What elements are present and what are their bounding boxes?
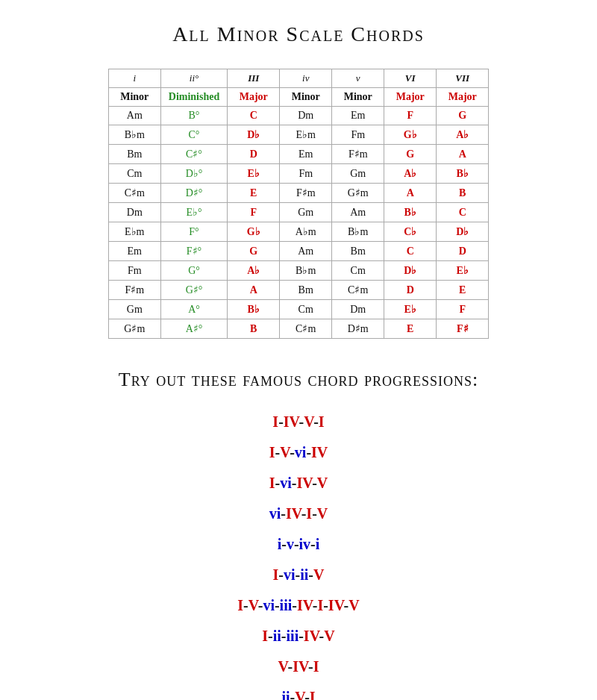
- cell-r6-c0: E♭m: [108, 222, 160, 242]
- cell-r0-c3: Dm: [280, 107, 332, 125]
- chord-table: iii°IIIivvVIVIIMinorDiminishedMajorMinor…: [108, 69, 489, 339]
- cell-r11-c3: C♯m: [280, 319, 332, 339]
- cell-r10-c2: B♭: [228, 300, 280, 319]
- cell-r2-c2: D: [228, 145, 280, 164]
- cell-r9-c4: C♯m: [332, 281, 384, 300]
- cell-r8-c0: Fm: [108, 261, 160, 281]
- cell-r10-c0: Gm: [108, 300, 160, 319]
- progression-item: I-ii-iii-IV-V: [262, 628, 334, 645]
- cell-r7-c3: Am: [280, 242, 332, 261]
- type-cell-0: Minor: [108, 88, 160, 107]
- progressions-list: I-IV-V-II-V-vi-IVI-vi-IV-Vvi-IV-I-Vi-v-i…: [30, 413, 567, 700]
- cell-r10-c4: Dm: [332, 300, 384, 319]
- cell-r8-c2: A♭: [228, 261, 280, 281]
- cell-r11-c2: B: [228, 319, 280, 339]
- chord-table-wrapper: iii°IIIivvVIVIIMinorDiminishedMajorMinor…: [30, 69, 567, 339]
- cell-r9-c3: Bm: [280, 281, 332, 300]
- progression-item: I-vi-ii-V: [273, 566, 325, 584]
- table-row: C♯mD♯°EF♯mG♯mAB: [108, 184, 488, 203]
- cell-r7-c1: F♯°: [160, 242, 227, 261]
- progressions-title: Try out these famous chord progressions:: [30, 369, 567, 391]
- cell-r7-c5: C: [384, 242, 437, 261]
- cell-r11-c4: D♯m: [332, 319, 384, 339]
- cell-r3-c3: Fm: [280, 164, 332, 184]
- cell-r3-c0: Cm: [108, 164, 160, 184]
- progression-item: V-IV-I: [278, 658, 319, 675]
- cell-r8-c4: Cm: [332, 261, 384, 281]
- cell-r2-c3: Em: [280, 145, 332, 164]
- cell-r8-c3: B♭m: [280, 261, 332, 281]
- cell-r5-c5: B♭: [384, 203, 437, 222]
- cell-r2-c6: A: [437, 145, 489, 164]
- cell-r8-c6: E♭: [437, 261, 489, 281]
- cell-r9-c0: F♯m: [108, 281, 160, 300]
- cell-r8-c1: G°: [160, 261, 227, 281]
- cell-r10-c6: F: [437, 300, 489, 319]
- col-header-6: VII: [437, 69, 489, 88]
- col-header-3: iv: [280, 69, 332, 88]
- cell-r0-c0: Am: [108, 107, 160, 125]
- type-cell-3: Minor: [280, 88, 332, 107]
- cell-r4-c0: C♯m: [108, 184, 160, 203]
- cell-r3-c6: B♭: [437, 164, 489, 184]
- cell-r5-c6: C: [437, 203, 489, 222]
- cell-r1-c2: D♭: [228, 125, 280, 145]
- cell-r8-c5: D♭: [384, 261, 437, 281]
- cell-r1-c6: A♭: [437, 125, 489, 145]
- table-row: AmB°CDmEmFG: [108, 107, 488, 125]
- type-cell-1: Diminished: [160, 88, 227, 107]
- col-header-0: i: [108, 69, 160, 88]
- cell-r6-c5: C♭: [384, 222, 437, 242]
- cell-r2-c0: Bm: [108, 145, 160, 164]
- cell-r9-c6: E: [437, 281, 489, 300]
- cell-r1-c4: Fm: [332, 125, 384, 145]
- cell-r1-c3: E♭m: [280, 125, 332, 145]
- cell-r11-c5: E: [384, 319, 437, 339]
- table-row: FmG°A♭B♭mCmD♭E♭: [108, 261, 488, 281]
- cell-r0-c6: G: [437, 107, 489, 125]
- cell-r1-c5: G♭: [384, 125, 437, 145]
- cell-r6-c6: D♭: [437, 222, 489, 242]
- cell-r3-c5: A♭: [384, 164, 437, 184]
- type-cell-6: Major: [437, 88, 489, 107]
- progression-item: I-V-vi-iii-IV-I-IV-V: [237, 597, 359, 614]
- cell-r10-c3: Cm: [280, 300, 332, 319]
- cell-r9-c1: G♯°: [160, 281, 227, 300]
- cell-r9-c2: A: [228, 281, 280, 300]
- progression-item: I-vi-IV-V: [269, 475, 328, 492]
- table-row: G♯mA♯°BC♯mD♯mEF♯: [108, 319, 488, 339]
- progression-item: ii-V-I: [281, 689, 315, 700]
- cell-r9-c5: D: [384, 281, 437, 300]
- col-header-4: v: [332, 69, 384, 88]
- cell-r2-c4: F♯m: [332, 145, 384, 164]
- cell-r11-c1: A♯°: [160, 319, 227, 339]
- cell-r5-c2: F: [228, 203, 280, 222]
- type-cell-2: Major: [228, 88, 280, 107]
- cell-r7-c6: D: [437, 242, 489, 261]
- cell-r3-c2: E♭: [228, 164, 280, 184]
- col-header-5: VI: [384, 69, 437, 88]
- progression-item: vi-IV-I-V: [269, 505, 328, 522]
- cell-r6-c1: F°: [160, 222, 227, 242]
- cell-r5-c3: Gm: [280, 203, 332, 222]
- col-header-1: ii°: [160, 69, 227, 88]
- table-row: DmE♭°FGmAmB♭C: [108, 203, 488, 222]
- cell-r2-c1: C♯°: [160, 145, 227, 164]
- table-row: B♭mC°D♭E♭mFmG♭A♭: [108, 125, 488, 145]
- cell-r7-c2: G: [228, 242, 280, 261]
- cell-r1-c1: C°: [160, 125, 227, 145]
- cell-r11-c6: F♯: [437, 319, 489, 339]
- cell-r7-c0: Em: [108, 242, 160, 261]
- cell-r5-c1: E♭°: [160, 203, 227, 222]
- type-cell-5: Major: [384, 88, 437, 107]
- table-row: E♭mF°G♭A♭mB♭mC♭D♭: [108, 222, 488, 242]
- cell-r11-c0: G♯m: [108, 319, 160, 339]
- page-title: All Minor Scale Chords: [30, 22, 567, 46]
- cell-r4-c4: G♯m: [332, 184, 384, 203]
- cell-r3-c1: D♭°: [160, 164, 227, 184]
- cell-r4-c3: F♯m: [280, 184, 332, 203]
- cell-r4-c2: E: [228, 184, 280, 203]
- cell-r0-c2: C: [228, 107, 280, 125]
- progression-item: i-v-iv-i: [278, 536, 320, 553]
- cell-r3-c4: Gm: [332, 164, 384, 184]
